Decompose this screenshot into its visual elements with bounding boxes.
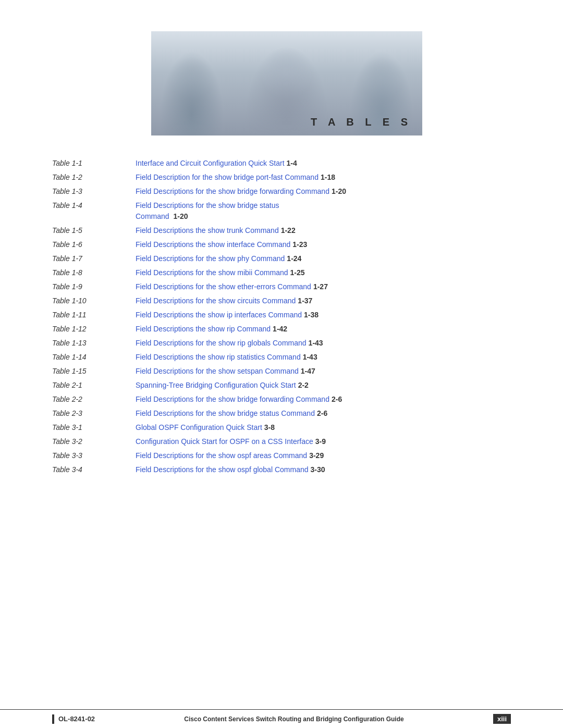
toc-link-3-1[interactable]: Global OSPF Configuration Quick Start3-8 (136, 423, 275, 431)
page-footer: OL-8241-02 Cisco Content Services Switch… (0, 709, 563, 728)
toc-link-1-14[interactable]: Field Descriptions the show rip statisti… (136, 353, 317, 361)
toc-row-1-2: Table 1-2 Field Description for the show… (52, 170, 511, 184)
table-title-1-14[interactable]: Field Descriptions the show rip statisti… (136, 350, 511, 364)
toc-row-2-3: Table 2-3 Field Descriptions for the sho… (52, 406, 511, 421)
toc-row-1-7: Table 1-7 Field Descriptions for the sho… (52, 252, 511, 266)
table-title-1-11[interactable]: Field Descriptions the show ip interface… (136, 308, 511, 322)
footer-left: OL-8241-02 (52, 714, 95, 724)
toc-link-1-1[interactable]: Interface and Circuit Configuration Quic… (136, 159, 297, 167)
table-title-2-1[interactable]: Spanning-Tree Bridging Configuration Qui… (136, 378, 511, 392)
toc-link-1-6[interactable]: Field Descriptions the show interface Co… (136, 240, 307, 249)
toc-link-1-4[interactable]: Field Descriptions for the show bridge s… (136, 201, 279, 220)
table-title-3-3[interactable]: Field Descriptions for the show ospf are… (136, 449, 511, 463)
toc-link-1-2[interactable]: Field Description for the show bridge po… (136, 173, 335, 181)
toc-link-2-3[interactable]: Field Descriptions for the show bridge s… (136, 409, 327, 417)
toc-row-2-1: Table 2-1 Spanning-Tree Bridging Configu… (52, 378, 511, 392)
toc-row-1-12: Table 1-12 Field Descriptions the show r… (52, 322, 511, 336)
page-number: xiii (493, 714, 511, 724)
toc-link-1-9[interactable]: Field Descriptions for the show ether-er… (136, 282, 328, 291)
footer-bar-icon (52, 714, 54, 724)
table-title-2-3[interactable]: Field Descriptions for the show bridge s… (136, 406, 511, 421)
header-image: T A B L E S (151, 31, 422, 135)
table-label-1-2: Table 1-2 (52, 170, 136, 184)
table-title-1-5[interactable]: Field Descriptions the show trunk Comman… (136, 224, 511, 238)
table-title-1-8[interactable]: Field Descriptions for the show mibii Co… (136, 266, 511, 280)
toc-link-1-5[interactable]: Field Descriptions the show trunk Comman… (136, 226, 296, 235)
toc-link-3-3[interactable]: Field Descriptions for the show ospf are… (136, 451, 324, 460)
table-label-3-2: Table 3-2 (52, 435, 136, 449)
toc-row-1-13: Table 1-13 Field Descriptions for the sh… (52, 336, 511, 350)
table-label-3-1: Table 3-1 (52, 421, 136, 435)
toc-row-2-2: Table 2-2 Field Descriptions for the sho… (52, 392, 511, 406)
toc-row-1-4: Table 1-4 Field Descriptions for the sho… (52, 199, 511, 224)
tables-heading: T A B L E S (311, 116, 412, 128)
table-label-1-14: Table 1-14 (52, 350, 136, 364)
table-label-1-8: Table 1-8 (52, 266, 136, 280)
toc-link-1-3[interactable]: Field Descriptions for the show bridge f… (136, 187, 346, 195)
toc-link-2-1[interactable]: Spanning-Tree Bridging Configuration Qui… (136, 381, 309, 389)
table-label-1-15: Table 1-15 (52, 364, 136, 378)
toc-row-1-1: Table 1-1 Interface and Circuit Configur… (52, 156, 511, 170)
table-label-3-4: Table 3-4 (52, 463, 136, 477)
table-title-1-9[interactable]: Field Descriptions for the show ether-er… (136, 280, 511, 294)
document-number: OL-8241-02 (58, 715, 95, 723)
toc-table: Table 1-1 Interface and Circuit Configur… (52, 156, 511, 477)
toc-row-1-14: Table 1-14 Field Descriptions the show r… (52, 350, 511, 364)
table-title-3-1[interactable]: Global OSPF Configuration Quick Start3-8 (136, 421, 511, 435)
toc-row-3-1: Table 3-1 Global OSPF Configuration Quic… (52, 421, 511, 435)
table-title-1-15[interactable]: Field Descriptions for the show setspan … (136, 364, 511, 378)
table-label-2-1: Table 2-1 (52, 378, 136, 392)
table-title-3-2[interactable]: Configuration Quick Start for OSPF on a … (136, 435, 511, 449)
toc-row-1-3: Table 1-3 Field Descriptions for the sho… (52, 184, 511, 199)
table-label-2-3: Table 2-3 (52, 406, 136, 421)
toc-row-1-9: Table 1-9 Field Descriptions for the sho… (52, 280, 511, 294)
table-title-2-2[interactable]: Field Descriptions for the show bridge f… (136, 392, 511, 406)
toc-row-1-8: Table 1-8 Field Descriptions for the sho… (52, 266, 511, 280)
table-label-1-12: Table 1-12 (52, 322, 136, 336)
toc-row-1-11: Table 1-11 Field Descriptions the show i… (52, 308, 511, 322)
table-label-1-6: Table 1-6 (52, 238, 136, 252)
table-label-1-11: Table 1-11 (52, 308, 136, 322)
toc-link-1-10[interactable]: Field Descriptions for the show circuits… (136, 297, 312, 305)
page-container: T A B L E S Table 1-1 Interface and Circ… (0, 0, 563, 728)
toc-content: Table 1-1 Interface and Circuit Configur… (0, 135, 563, 709)
toc-row-3-2: Table 3-2 Configuration Quick Start for … (52, 435, 511, 449)
toc-row-1-15: Table 1-15 Field Descriptions for the sh… (52, 364, 511, 378)
table-title-1-3[interactable]: Field Descriptions for the show bridge f… (136, 184, 511, 199)
table-title-1-4[interactable]: Field Descriptions for the show bridge s… (136, 199, 511, 224)
toc-link-1-11[interactable]: Field Descriptions the show ip interface… (136, 311, 319, 319)
toc-link-2-2[interactable]: Field Descriptions for the show bridge f… (136, 395, 342, 403)
toc-link-1-15[interactable]: Field Descriptions for the show setspan … (136, 367, 315, 375)
table-title-1-1[interactable]: Interface and Circuit Configuration Quic… (136, 156, 511, 170)
table-label-1-13: Table 1-13 (52, 336, 136, 350)
toc-link-1-7[interactable]: Field Descriptions for the show phy Comm… (136, 254, 301, 263)
toc-row-1-10: Table 1-10 Field Descriptions for the sh… (52, 294, 511, 308)
table-title-1-6[interactable]: Field Descriptions the show interface Co… (136, 238, 511, 252)
toc-link-3-2[interactable]: Configuration Quick Start for OSPF on a … (136, 437, 326, 446)
table-label-2-2: Table 2-2 (52, 392, 136, 406)
toc-link-1-12[interactable]: Field Descriptions the show rip Command1… (136, 325, 287, 333)
table-label-1-1: Table 1-1 (52, 156, 136, 170)
footer-guide-title: Cisco Content Services Switch Routing an… (95, 715, 493, 723)
toc-row-1-5: Table 1-5 Field Descriptions the show tr… (52, 224, 511, 238)
table-title-1-2[interactable]: Field Description for the show bridge po… (136, 170, 511, 184)
table-label-1-7: Table 1-7 (52, 252, 136, 266)
toc-row-1-6: Table 1-6 Field Descriptions the show in… (52, 238, 511, 252)
table-title-1-12[interactable]: Field Descriptions the show rip Command1… (136, 322, 511, 336)
table-label-3-3: Table 3-3 (52, 449, 136, 463)
table-label-1-3: Table 1-3 (52, 184, 136, 199)
table-label-1-5: Table 1-5 (52, 224, 136, 238)
table-label-1-9: Table 1-9 (52, 280, 136, 294)
toc-link-1-8[interactable]: Field Descriptions for the show mibii Co… (136, 268, 305, 277)
table-title-3-4[interactable]: Field Descriptions for the show ospf glo… (136, 463, 511, 477)
table-title-1-10[interactable]: Field Descriptions for the show circuits… (136, 294, 511, 308)
table-title-1-13[interactable]: Field Descriptions for the show rip glob… (136, 336, 511, 350)
toc-row-3-4: Table 3-4 Field Descriptions for the sho… (52, 463, 511, 477)
toc-link-3-4[interactable]: Field Descriptions for the show ospf glo… (136, 465, 325, 474)
table-title-1-7[interactable]: Field Descriptions for the show phy Comm… (136, 252, 511, 266)
table-label-1-10: Table 1-10 (52, 294, 136, 308)
toc-row-3-3: Table 3-3 Field Descriptions for the sho… (52, 449, 511, 463)
table-label-1-4: Table 1-4 (52, 199, 136, 224)
toc-link-1-13[interactable]: Field Descriptions for the show rip glob… (136, 339, 323, 347)
